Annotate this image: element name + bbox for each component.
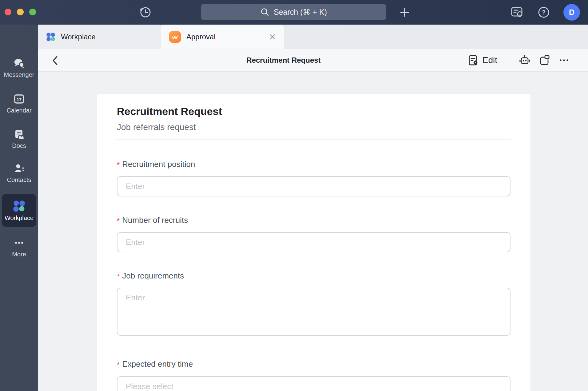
app-window: Search (⌘ + K) ? (0, 0, 588, 391)
tab-label: Approval (186, 33, 216, 41)
window-controls[interactable] (5, 9, 36, 15)
required-asterisk: * (117, 271, 120, 282)
announcement-icon[interactable] (511, 6, 524, 19)
page-title: Recruitment Request (38, 49, 529, 71)
svg-text:?: ? (542, 9, 546, 16)
page-header: Recruitment Request Edit (38, 49, 588, 72)
edit-button-label: Edit (483, 55, 497, 65)
sidebar-item-label: Messenger (4, 71, 34, 78)
sidebar-item-label: Calendar (6, 107, 31, 114)
search-input[interactable]: Search (⌘ + K) (201, 4, 386, 20)
avatar-initial: D (569, 8, 574, 17)
job-requirements-textarea[interactable] (117, 288, 511, 336)
expected-entry-time-select[interactable] (117, 376, 511, 391)
field-label-text: Expected entry time (122, 359, 193, 369)
edit-button[interactable]: Edit (468, 55, 497, 66)
sidebar-item-calendar[interactable]: 17 Calendar (0, 93, 38, 114)
workplace-icon (13, 200, 25, 212)
messenger-icon (14, 58, 25, 69)
sidebar: Messenger 17 Calendar Docs (0, 25, 38, 391)
open-in-window-icon[interactable] (538, 53, 551, 67)
required-asterisk: * (117, 359, 120, 370)
required-asterisk: * (117, 159, 120, 170)
tab-label: Workplace (61, 33, 96, 41)
tab-approval[interactable]: Approval (161, 25, 284, 49)
approval-app-icon (169, 31, 181, 43)
sidebar-item-label: More (12, 251, 26, 258)
sidebar-item-messenger[interactable]: Messenger (0, 58, 38, 78)
close-tab-icon[interactable] (269, 33, 276, 41)
required-asterisk: * (117, 215, 120, 226)
minimize-window-button[interactable] (17, 9, 24, 15)
tab-bar: Workplace Approval (38, 25, 588, 49)
form-card: Recruitment Request Job referrals reques… (97, 94, 530, 391)
recruitment-position-input[interactable] (117, 176, 511, 196)
field-label-job-requirements: * Job requirements (117, 271, 511, 282)
content-area: Recruitment Request Job referrals reques… (38, 72, 588, 391)
contacts-icon (14, 163, 25, 174)
field-label-expected-entry-time: * Expected entry time (117, 359, 511, 370)
field-label-text: Job requirements (122, 271, 184, 281)
docs-icon (14, 129, 25, 140)
workplace-tab-icon (46, 32, 55, 41)
form-title: Recruitment Request (117, 105, 511, 118)
calendar-icon: 17 (14, 93, 25, 105)
sidebar-item-label: Workplace (5, 215, 34, 222)
field-label-text: Number of recruits (122, 215, 188, 225)
header-divider (506, 55, 506, 65)
history-icon[interactable] (138, 5, 153, 20)
avatar[interactable]: D (563, 4, 580, 21)
form-divider (117, 139, 511, 140)
sidebar-item-label: Docs (12, 142, 26, 149)
form-subtitle: Job referrals request (117, 122, 511, 133)
more-actions-icon[interactable] (557, 53, 571, 67)
svg-text:17: 17 (17, 97, 22, 102)
search-placeholder: Search (⌘ + K) (274, 8, 327, 17)
search-icon (260, 7, 269, 17)
new-tab-icon[interactable] (397, 5, 412, 20)
sidebar-item-contacts[interactable]: Contacts (0, 163, 38, 184)
sidebar-item-label: Contacts (7, 176, 31, 184)
number-of-recruits-input[interactable] (117, 232, 511, 252)
field-label-recruitment-position: * Recruitment position (117, 159, 511, 170)
sidebar-item-more[interactable]: More (0, 237, 38, 258)
field-label-number-of-recruits: * Number of recruits (117, 215, 511, 226)
help-icon[interactable]: ? (537, 6, 550, 19)
edit-form-icon (468, 55, 479, 66)
field-label-text: Recruitment position (122, 159, 195, 169)
topbar: Search (⌘ + K) ? (0, 0, 588, 25)
sidebar-item-docs[interactable]: Docs (0, 129, 38, 149)
more-icon (14, 237, 25, 248)
tab-workplace[interactable]: Workplace (38, 25, 161, 49)
sidebar-item-workplace-active[interactable]: Workplace (2, 194, 36, 227)
close-window-button[interactable] (5, 9, 11, 15)
zoom-window-button[interactable] (29, 9, 36, 15)
bot-icon[interactable] (518, 53, 531, 67)
